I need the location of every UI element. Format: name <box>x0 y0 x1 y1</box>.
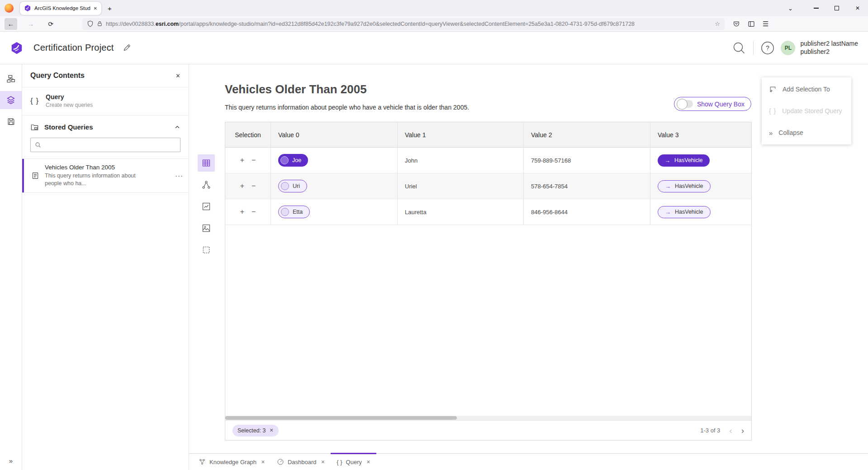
tab-dashboard[interactable]: Dashboard ✕ <box>271 454 331 470</box>
add-to-selection-button[interactable]: + <box>237 208 248 216</box>
selection-cell: + − <box>225 148 271 173</box>
bookmark-star-icon[interactable]: ☆ <box>715 20 720 27</box>
reload-button[interactable]: ⟳ <box>44 18 57 30</box>
table-view-button[interactable] <box>198 154 215 172</box>
tab-close-icon[interactable]: ✕ <box>94 6 97 11</box>
remove-from-selection-button[interactable]: − <box>248 208 259 216</box>
forward-button[interactable]: → <box>24 18 37 30</box>
entity-pill[interactable]: Etta <box>278 206 310 218</box>
data-model-button[interactable] <box>2 70 20 88</box>
url-bar[interactable]: https://dev0028833.esri.com/portal/apps/… <box>82 18 725 30</box>
chart-view-button[interactable] <box>198 198 215 215</box>
lock-icon[interactable] <box>97 21 103 27</box>
stored-query-item[interactable]: Vehicles Older Than 2005 This query retu… <box>22 158 189 193</box>
toggle-switch-icon <box>678 100 693 108</box>
pagination-label: 1-3 of 3 <box>700 427 720 434</box>
content-tab-bar: Knowledge Graph ✕ Dashboard ✕ { } Query … <box>189 453 868 470</box>
dashboard-gauge-icon <box>277 458 284 465</box>
chevron-up-icon[interactable] <box>174 124 180 130</box>
selected-count-chip[interactable]: Selected: 3 ✕ <box>232 425 279 436</box>
help-icon[interactable]: ? <box>761 41 774 55</box>
next-page-icon[interactable]: › <box>741 426 744 436</box>
menu-item-update-stored-query: { } Update Stored Query <box>762 100 851 122</box>
new-tab-button[interactable]: + <box>108 5 112 12</box>
window-minimize-button[interactable] <box>806 0 826 16</box>
add-to-selection-button[interactable]: + <box>237 182 248 190</box>
arrow-right-icon: → <box>664 157 670 164</box>
horizontal-scrollbar[interactable] <box>225 416 751 420</box>
previous-page-icon[interactable]: ‹ <box>729 426 732 436</box>
tab-query[interactable]: { } Query ✕ <box>331 454 376 470</box>
add-selection-icon <box>769 86 777 93</box>
entity-label: Uri <box>293 183 300 189</box>
tab-close-icon[interactable]: ✕ <box>321 459 325 465</box>
table-footer: Selected: 3 ✕ 1-3 of 3 ‹ › <box>225 420 751 440</box>
relationship-label: HasVehicle <box>674 157 703 163</box>
browser-tab[interactable]: ArcGIS Knowledge Studio ✕ <box>20 2 101 15</box>
relationship-pill[interactable]: → HasVehicle <box>658 154 710 167</box>
search-input-icon <box>35 142 41 148</box>
icon-rail: » <box>0 64 22 470</box>
show-query-box-toggle[interactable]: Show Query Box <box>674 97 751 111</box>
browser-tab-strip: ArcGIS Knowledge Studio ✕ + ⌄ ✕ <box>0 0 868 16</box>
remove-from-selection-button[interactable]: − <box>248 156 259 164</box>
relationship-pill[interactable]: → HasVehicle <box>658 180 711 192</box>
query-item[interactable]: { } Query Create new queries <box>22 87 189 115</box>
remove-from-selection-button[interactable]: − <box>248 182 259 190</box>
column-header: Value 0 <box>271 122 398 147</box>
entity-label: Etta <box>293 209 303 215</box>
page-description: This query returns information about peo… <box>225 104 469 111</box>
entity-pill[interactable]: Uri <box>278 180 307 192</box>
search-input[interactable] <box>45 142 176 149</box>
stored-query-doc-icon <box>31 172 39 180</box>
expand-rail-icon[interactable]: » <box>9 457 13 465</box>
table-cell: John <box>398 148 524 173</box>
minimize-icon <box>814 8 819 9</box>
tab-knowledge-graph[interactable]: Knowledge Graph ✕ <box>193 454 271 470</box>
back-button[interactable]: ← <box>5 18 17 30</box>
table-row: + − Etta Lauretta 846-956-8644 → <box>225 199 751 225</box>
column-header: Selection <box>225 122 271 147</box>
map-view-button[interactable] <box>198 220 215 237</box>
scrollbar-thumb[interactable] <box>225 416 457 420</box>
table-row: + − Uri Uriel 578-654-7854 → <box>225 173 751 199</box>
app-header: Certification Project ? PL publisher2 la… <box>0 32 868 64</box>
link-chart-view-button[interactable] <box>198 176 215 193</box>
tracking-shield-icon[interactable] <box>87 20 94 27</box>
search-icon[interactable] <box>732 41 746 55</box>
window-close-button[interactable]: ✕ <box>847 0 868 16</box>
save-disk-icon <box>7 117 15 126</box>
stored-query-title: Vehicles Older Than 2005 <box>45 164 147 171</box>
table-grid-icon <box>202 158 211 168</box>
menu-item-collapse[interactable]: » Collapse <box>762 122 851 144</box>
ellipsis-menu-icon[interactable]: ··· <box>175 172 183 179</box>
clear-selection-icon[interactable]: ✕ <box>270 427 274 433</box>
app-logo-icon <box>10 41 24 55</box>
stored-queries-searchbox[interactable] <box>30 138 180 152</box>
add-to-selection-button[interactable]: + <box>237 156 248 164</box>
sidebar-icon[interactable] <box>748 20 755 28</box>
relationship-pill[interactable]: → HasVehicle <box>658 206 711 218</box>
firefox-icon[interactable] <box>5 4 14 13</box>
entity-pill[interactable]: Joe <box>278 154 308 167</box>
tab-close-icon[interactable]: ✕ <box>366 459 370 465</box>
entity-label: Joe <box>292 157 301 163</box>
hamburger-menu-icon[interactable]: ☰ <box>763 20 768 28</box>
list-tabs-chevron-icon[interactable]: ⌄ <box>788 5 793 12</box>
panel-close-icon[interactable]: ✕ <box>175 72 180 79</box>
browser-toolbar: ← → ⟳ https://dev0028833.esri.com/portal… <box>0 16 868 32</box>
tab-close-icon[interactable]: ✕ <box>261 459 265 465</box>
menu-item-add-selection-to[interactable]: Add Selection To <box>762 78 851 100</box>
selection-tools-button[interactable] <box>198 241 215 259</box>
save-button[interactable] <box>2 112 20 130</box>
window-maximize-button[interactable] <box>826 0 847 16</box>
column-header: Value 2 <box>524 122 650 147</box>
arrow-right-icon: → <box>665 183 671 190</box>
pocket-save-icon[interactable] <box>733 20 740 28</box>
contents-button[interactable] <box>0 91 22 109</box>
stored-queries-header[interactable]: Stored Queries <box>22 115 189 136</box>
avatar[interactable]: PL <box>781 41 795 55</box>
edit-pencil-icon[interactable] <box>123 44 131 52</box>
entity-dot-icon <box>281 182 289 190</box>
query-item-title: Query <box>46 93 93 101</box>
